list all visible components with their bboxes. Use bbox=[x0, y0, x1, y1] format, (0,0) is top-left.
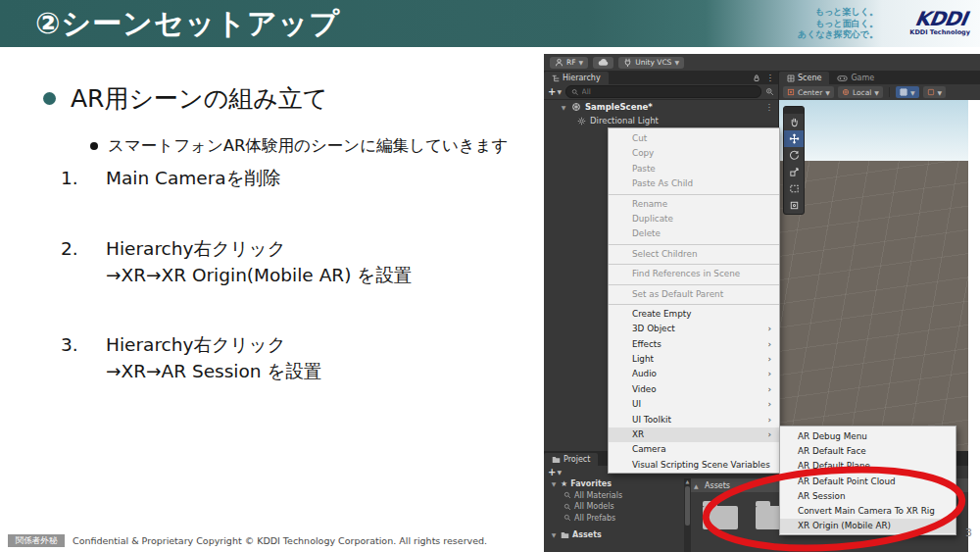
menu-item-video[interactable]: Video› bbox=[609, 382, 779, 397]
step-line: →XR→AR Session を設置 bbox=[106, 361, 321, 381]
tree-item-assets[interactable]: ▼ Assets bbox=[544, 529, 684, 541]
menu-item-ui[interactable]: UI› bbox=[609, 397, 779, 412]
tab-hierarchy[interactable]: Hierarchy bbox=[544, 72, 609, 84]
transform-tool-button[interactable] bbox=[784, 197, 804, 214]
submenu-item-convert-main-camera[interactable]: Convert Main Camera To XR Rig bbox=[780, 504, 956, 519]
menu-item-find-references[interactable]: Find References in Scene bbox=[609, 267, 779, 281]
tree-label: All Materials bbox=[574, 491, 622, 500]
menu-item-duplicate[interactable]: Duplicate bbox=[609, 212, 779, 226]
submenu-item-xr-origin-mobile-ar[interactable]: XR Origin (Mobile AR) bbox=[780, 519, 956, 533]
menu-item-effects[interactable]: Effects› bbox=[609, 337, 779, 352]
submenu-item-ar-default-point-cloud[interactable]: AR Default Point Cloud bbox=[780, 475, 956, 489]
submenu-item-ar-debug-menu[interactable]: AR Debug Menu bbox=[780, 429, 956, 444]
tree-item-all-models[interactable]: All Models bbox=[544, 501, 684, 513]
menu-separator bbox=[609, 304, 779, 305]
tree-item-all-materials[interactable]: All Materials bbox=[544, 490, 684, 502]
asset-folder[interactable] bbox=[703, 506, 738, 529]
chevron-down-icon: ▼ bbox=[874, 89, 879, 96]
snap-increment-button[interactable]: ▼ bbox=[923, 86, 947, 98]
rotate-tool-button[interactable] bbox=[784, 147, 804, 164]
menu-item-select-children[interactable]: Select Children bbox=[609, 247, 779, 262]
pivot-label: Center bbox=[798, 88, 822, 97]
page-number: 3 bbox=[965, 527, 972, 539]
submenu-item-ar-session[interactable]: AR Session bbox=[780, 489, 956, 504]
menu-item-paste-as-child[interactable]: Paste As Child bbox=[609, 176, 779, 191]
menu-item-delete[interactable]: Delete bbox=[609, 226, 779, 241]
collapse-arrow-icon[interactable]: ▲ bbox=[694, 482, 699, 489]
menu-item-visual-scripting[interactable]: Visual Scripting Scene Variables bbox=[609, 458, 779, 473]
kebab-menu-icon[interactable]: ⋮ bbox=[765, 102, 774, 112]
unity-vcs-button[interactable]: Unity VCS ▼ bbox=[618, 57, 684, 69]
cloud-button[interactable] bbox=[593, 57, 613, 69]
sub-bullet-text: スマートフォンAR体験用のシーンに編集していきます bbox=[108, 135, 508, 157]
menu-label: Effects bbox=[632, 339, 662, 349]
kebab-menu-icon[interactable]: ⋮ bbox=[766, 73, 775, 82]
step-text: Hierarchy右クリック →XR→XR Origin(Mobile AR) … bbox=[106, 235, 412, 288]
menu-item-create-empty[interactable]: Create Empty bbox=[609, 307, 779, 322]
scene-tab-icon bbox=[787, 75, 795, 82]
submenu-item-ar-default-face[interactable]: AR Default Face bbox=[780, 444, 956, 459]
orientation-button[interactable]: Local ▼ bbox=[838, 86, 883, 98]
add-object-button[interactable]: +▼ bbox=[548, 86, 562, 97]
rect-tool-button[interactable] bbox=[784, 180, 804, 197]
hand-tool-button[interactable] bbox=[784, 114, 804, 130]
submenu-arrow-icon: › bbox=[767, 427, 771, 442]
submenu-arrow-icon: › bbox=[767, 352, 771, 367]
submenu-arrow-icon: › bbox=[767, 413, 771, 427]
tree-item-all-prefabs[interactable]: All Prefabs bbox=[544, 513, 684, 525]
bullet-icon bbox=[43, 92, 56, 105]
account-button[interactable]: RF ▼ bbox=[550, 57, 588, 69]
menu-item-paste[interactable]: Paste bbox=[609, 162, 779, 176]
project-tree: ▼ ★ Favorites All Materials All Models A… bbox=[544, 478, 684, 552]
hierarchy-context-menu: Cut Copy Paste Paste As Child Rename Dup… bbox=[608, 127, 780, 474]
tab-game[interactable]: Game bbox=[829, 72, 882, 84]
menu-item-audio[interactable]: Audio› bbox=[609, 367, 779, 381]
search-input[interactable] bbox=[582, 87, 756, 96]
scene-viewport[interactable] bbox=[779, 100, 968, 451]
submenu-arrow-icon: › bbox=[767, 382, 771, 397]
tab-project[interactable]: Project bbox=[544, 453, 598, 466]
viewport-ground-grid bbox=[779, 161, 968, 451]
tab-label: Scene bbox=[798, 74, 821, 82]
scrollbar-thumb[interactable] bbox=[685, 486, 690, 526]
tree-label: All Prefabs bbox=[574, 514, 615, 523]
xr-submenu: AR Debug Menu AR Default Face AR Default… bbox=[779, 426, 956, 535]
expand-arrow-icon[interactable]: ▼ bbox=[550, 480, 558, 487]
scroll-up-icon[interactable]: ▲ bbox=[684, 478, 691, 485]
step-text: Hierarchy右クリック →XR→AR Session を設置 bbox=[106, 331, 321, 384]
menu-label: 3D Object bbox=[632, 324, 675, 333]
menu-item-set-default-parent[interactable]: Set as Default Parent bbox=[609, 287, 779, 302]
grid-snap-icon bbox=[900, 88, 907, 96]
search-filter-icon[interactable] bbox=[765, 87, 774, 96]
local-axis-icon bbox=[842, 88, 850, 96]
submenu-item-ar-default-plane[interactable]: AR Default Plane bbox=[780, 459, 956, 474]
lock-icon[interactable] bbox=[753, 74, 760, 82]
expand-arrow-icon[interactable]: ▼ bbox=[560, 104, 567, 111]
tab-scene[interactable]: Scene bbox=[779, 72, 829, 84]
toolstrip-grip[interactable] bbox=[784, 107, 804, 114]
menu-item-rename[interactable]: Rename bbox=[609, 197, 779, 212]
hierarchy-search[interactable] bbox=[565, 85, 761, 98]
menu-item-cut[interactable]: Cut bbox=[609, 131, 779, 146]
divider bbox=[889, 87, 890, 97]
menu-item-ui-toolkit[interactable]: UI Toolkit› bbox=[609, 413, 779, 427]
hierarchy-item-directional-light[interactable]: Directional Light bbox=[544, 114, 778, 127]
hierarchy-item-scene[interactable]: ▼ SampleScene* ⋮ bbox=[544, 100, 778, 114]
chevron-down-icon: ▼ bbox=[938, 89, 943, 96]
menu-item-light[interactable]: Light› bbox=[609, 352, 779, 367]
menu-item-copy[interactable]: Copy bbox=[609, 146, 779, 161]
submenu-arrow-icon: › bbox=[767, 337, 771, 352]
menu-item-camera[interactable]: Camera bbox=[609, 442, 779, 457]
grid-snap-button[interactable]: ▼ bbox=[896, 86, 919, 98]
project-scrollbar[interactable]: ▲ bbox=[684, 478, 691, 552]
pivot-button[interactable]: Center ▼ bbox=[783, 86, 834, 98]
menu-item-xr[interactable]: XR› bbox=[609, 427, 779, 442]
step-number: 3. bbox=[61, 331, 106, 384]
star-icon: ★ bbox=[561, 479, 567, 488]
tree-item-favorites[interactable]: ▼ ★ Favorites bbox=[544, 478, 684, 490]
expand-arrow-icon[interactable]: ▼ bbox=[550, 531, 558, 538]
add-asset-button[interactable]: +▼ bbox=[548, 467, 562, 477]
move-tool-button[interactable] bbox=[784, 130, 804, 147]
menu-item-3d-object[interactable]: 3D Object› bbox=[609, 322, 779, 336]
scale-tool-button[interactable] bbox=[784, 164, 804, 180]
